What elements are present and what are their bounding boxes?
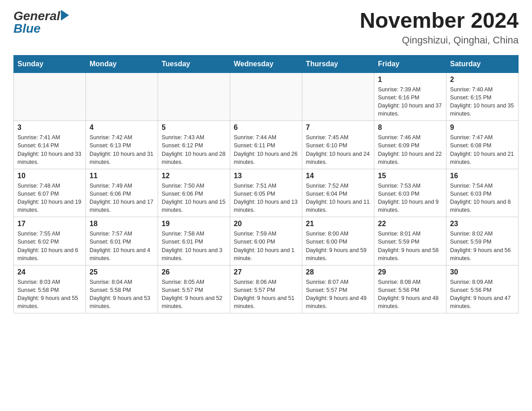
day-number: 9 [450, 124, 515, 132]
calendar-cell: 27Sunrise: 8:06 AMSunset: 5:57 PMDayligh… [230, 265, 302, 313]
day-number: 7 [306, 124, 370, 132]
calendar-cell: 14Sunrise: 7:52 AMSunset: 6:04 PMDayligh… [302, 169, 374, 217]
calendar-cell: 20Sunrise: 7:59 AMSunset: 6:00 PMDayligh… [230, 217, 302, 265]
day-number: 4 [90, 124, 154, 132]
day-info: Sunrise: 7:44 AMSunset: 6:11 PMDaylight:… [234, 133, 298, 166]
day-number: 28 [306, 268, 370, 276]
day-info: Sunrise: 8:02 AMSunset: 5:59 PMDaylight:… [450, 230, 515, 262]
day-number: 17 [17, 220, 82, 228]
day-info: Sunrise: 8:08 AMSunset: 5:56 PMDaylight:… [378, 278, 442, 311]
day-info: Sunrise: 7:54 AMSunset: 6:03 PMDaylight:… [450, 182, 515, 214]
day-info: Sunrise: 7:53 AMSunset: 6:03 PMDaylight:… [378, 182, 442, 214]
day-number: 29 [378, 268, 442, 276]
day-info: Sunrise: 8:09 AMSunset: 5:56 PMDaylight:… [450, 278, 515, 311]
calendar-cell: 6Sunrise: 7:44 AMSunset: 6:11 PMDaylight… [230, 121, 302, 169]
day-number: 15 [378, 172, 442, 180]
calendar-cell [230, 73, 302, 121]
day-info: Sunrise: 7:51 AMSunset: 6:05 PMDaylight:… [234, 182, 298, 214]
calendar-cell: 18Sunrise: 7:57 AMSunset: 6:01 PMDayligh… [86, 217, 158, 265]
day-header-thursday: Thursday [302, 55, 374, 73]
day-number: 2 [450, 76, 515, 84]
page-header: General Blue November 2024 Qingshizui, Q… [13, 9, 519, 46]
calendar-cell: 12Sunrise: 7:50 AMSunset: 6:06 PMDayligh… [158, 169, 230, 217]
calendar-cell: 30Sunrise: 8:09 AMSunset: 5:56 PMDayligh… [446, 265, 519, 313]
day-number: 14 [306, 172, 370, 180]
week-row-1: 1Sunrise: 7:39 AMSunset: 6:16 PMDaylight… [14, 73, 519, 121]
calendar-cell: 2Sunrise: 7:40 AMSunset: 6:15 PMDaylight… [446, 73, 519, 121]
day-header-tuesday: Tuesday [158, 55, 230, 73]
calendar-cell [302, 73, 374, 121]
calendar-cell: 15Sunrise: 7:53 AMSunset: 6:03 PMDayligh… [374, 169, 446, 217]
day-number: 3 [17, 124, 82, 132]
week-row-5: 24Sunrise: 8:03 AMSunset: 5:58 PMDayligh… [14, 265, 519, 313]
day-number: 22 [378, 220, 442, 228]
day-info: Sunrise: 7:49 AMSunset: 6:06 PMDaylight:… [90, 182, 154, 214]
calendar-cell: 23Sunrise: 8:02 AMSunset: 5:59 PMDayligh… [446, 217, 519, 265]
day-info: Sunrise: 7:59 AMSunset: 6:00 PMDaylight:… [234, 230, 298, 262]
day-number: 21 [306, 220, 370, 228]
calendar-cell [86, 73, 158, 121]
calendar-cell: 11Sunrise: 7:49 AMSunset: 6:06 PMDayligh… [86, 169, 158, 217]
day-info: Sunrise: 7:42 AMSunset: 6:13 PMDaylight:… [90, 133, 154, 166]
calendar-cell: 17Sunrise: 7:55 AMSunset: 6:02 PMDayligh… [14, 217, 86, 265]
day-number: 30 [450, 268, 515, 276]
week-row-2: 3Sunrise: 7:41 AMSunset: 6:14 PMDaylight… [14, 121, 519, 169]
day-number: 24 [17, 268, 82, 276]
day-info: Sunrise: 8:07 AMSunset: 5:57 PMDaylight:… [306, 278, 370, 311]
calendar-subtitle: Qingshizui, Qinghai, China [360, 34, 519, 46]
calendar-table: SundayMondayTuesdayWednesdayThursdayFrid… [13, 55, 519, 314]
calendar-cell: 7Sunrise: 7:45 AMSunset: 6:10 PMDaylight… [302, 121, 374, 169]
day-info: Sunrise: 7:57 AMSunset: 6:01 PMDaylight:… [90, 230, 154, 262]
logo-blue-text: Blue [13, 21, 69, 36]
logo-arrow-icon [61, 10, 69, 21]
day-info: Sunrise: 7:58 AMSunset: 6:01 PMDaylight:… [162, 230, 226, 262]
day-number: 20 [234, 220, 298, 228]
day-number: 13 [234, 172, 298, 180]
day-number: 16 [450, 172, 515, 180]
week-row-4: 17Sunrise: 7:55 AMSunset: 6:02 PMDayligh… [14, 217, 519, 265]
day-header-friday: Friday [374, 55, 446, 73]
calendar-cell: 22Sunrise: 8:01 AMSunset: 5:59 PMDayligh… [374, 217, 446, 265]
day-info: Sunrise: 7:41 AMSunset: 6:14 PMDaylight:… [17, 133, 82, 166]
day-number: 26 [162, 268, 226, 276]
calendar-cell [14, 73, 86, 121]
day-header-saturday: Saturday [446, 55, 519, 73]
day-info: Sunrise: 7:40 AMSunset: 6:15 PMDaylight:… [450, 86, 515, 118]
day-info: Sunrise: 7:45 AMSunset: 6:10 PMDaylight:… [306, 133, 370, 166]
day-number: 19 [162, 220, 226, 228]
logo: General Blue [13, 9, 69, 36]
calendar-cell: 4Sunrise: 7:42 AMSunset: 6:13 PMDaylight… [86, 121, 158, 169]
day-number: 27 [234, 268, 298, 276]
calendar-cell: 26Sunrise: 8:05 AMSunset: 5:57 PMDayligh… [158, 265, 230, 313]
day-number: 25 [90, 268, 154, 276]
calendar-cell: 28Sunrise: 8:07 AMSunset: 5:57 PMDayligh… [302, 265, 374, 313]
day-info: Sunrise: 7:50 AMSunset: 6:06 PMDaylight:… [162, 182, 226, 214]
day-number: 6 [234, 124, 298, 132]
day-number: 5 [162, 124, 226, 132]
day-header-monday: Monday [86, 55, 158, 73]
day-info: Sunrise: 7:55 AMSunset: 6:02 PMDaylight:… [17, 230, 82, 262]
day-info: Sunrise: 7:52 AMSunset: 6:04 PMDaylight:… [306, 182, 370, 214]
calendar-cell: 24Sunrise: 8:03 AMSunset: 5:58 PMDayligh… [14, 265, 86, 313]
week-row-3: 10Sunrise: 7:48 AMSunset: 6:07 PMDayligh… [14, 169, 519, 217]
day-info: Sunrise: 8:04 AMSunset: 5:58 PMDaylight:… [90, 278, 154, 311]
day-info: Sunrise: 8:05 AMSunset: 5:57 PMDaylight:… [162, 278, 226, 311]
day-info: Sunrise: 8:03 AMSunset: 5:58 PMDaylight:… [17, 278, 82, 311]
calendar-cell [158, 73, 230, 121]
calendar-cell: 16Sunrise: 7:54 AMSunset: 6:03 PMDayligh… [446, 169, 519, 217]
day-number: 1 [378, 76, 442, 84]
day-header-sunday: Sunday [14, 55, 86, 73]
day-number: 12 [162, 172, 226, 180]
day-info: Sunrise: 8:00 AMSunset: 6:00 PMDaylight:… [306, 230, 370, 262]
calendar-cell: 25Sunrise: 8:04 AMSunset: 5:58 PMDayligh… [86, 265, 158, 313]
calendar-cell: 3Sunrise: 7:41 AMSunset: 6:14 PMDaylight… [14, 121, 86, 169]
day-number: 11 [90, 172, 154, 180]
day-header-wednesday: Wednesday [230, 55, 302, 73]
calendar-cell: 29Sunrise: 8:08 AMSunset: 5:56 PMDayligh… [374, 265, 446, 313]
calendar-cell: 13Sunrise: 7:51 AMSunset: 6:05 PMDayligh… [230, 169, 302, 217]
calendar-cell: 8Sunrise: 7:46 AMSunset: 6:09 PMDaylight… [374, 121, 446, 169]
calendar-title: November 2024 [360, 9, 519, 33]
calendar-cell: 19Sunrise: 7:58 AMSunset: 6:01 PMDayligh… [158, 217, 230, 265]
day-info: Sunrise: 7:43 AMSunset: 6:12 PMDaylight:… [162, 133, 226, 166]
day-info: Sunrise: 8:01 AMSunset: 5:59 PMDaylight:… [378, 230, 442, 262]
